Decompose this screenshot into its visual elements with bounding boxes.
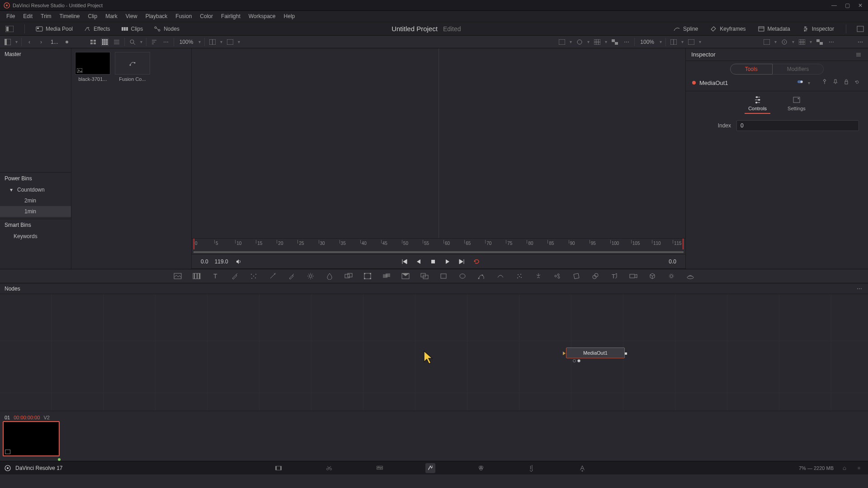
viewer-b-single-icon[interactable]	[687, 38, 695, 46]
go-end-icon[interactable]	[458, 258, 466, 266]
minimize-button[interactable]: —	[831, 2, 837, 9]
reset-icon[interactable]	[854, 79, 862, 86]
viewer-right[interactable]	[439, 48, 686, 238]
grid-c-icon[interactable]	[798, 38, 806, 46]
text-tool-icon[interactable]: T	[211, 272, 220, 281]
menu-mark[interactable]: Mark	[102, 11, 121, 21]
nodes-toggle[interactable]: Nodes	[152, 24, 181, 33]
spline-toggle[interactable]: Spline	[671, 24, 700, 33]
metadata-toggle[interactable]: Metadata	[756, 24, 792, 33]
sort-icon[interactable]	[150, 38, 158, 46]
camera-icon[interactable]	[629, 272, 638, 281]
nodes-more-icon[interactable]: ⋯	[855, 285, 863, 293]
sidebar-icon[interactable]	[4, 38, 12, 46]
menu-help[interactable]: Help	[280, 11, 299, 21]
subtab-settings[interactable]: Settings	[784, 94, 809, 114]
zoom-left[interactable]: 100%	[178, 39, 195, 45]
viewer-single-icon[interactable]	[226, 38, 234, 46]
node-input-icon[interactable]	[563, 352, 566, 355]
background-tool-icon[interactable]	[173, 272, 182, 281]
merge-tool-icon[interactable]	[382, 272, 391, 281]
bin-1min[interactable]: 1min	[0, 206, 71, 217]
viewer-c-icon[interactable]	[763, 38, 771, 46]
nodes-canvas[interactable]: MediaOut1	[0, 294, 868, 411]
expand-icon[interactable]	[856, 25, 864, 33]
list-view-icon[interactable]	[89, 38, 97, 46]
pemitter-tool-icon[interactable]	[553, 272, 562, 281]
prop-index-input[interactable]: 0	[736, 120, 859, 131]
pin-icon[interactable]	[833, 79, 840, 86]
render3d-icon[interactable]	[686, 272, 695, 281]
enable-toggle-icon[interactable]	[797, 79, 804, 86]
page-cut-icon[interactable]	[324, 463, 334, 473]
wand-tool-icon[interactable]	[268, 272, 277, 281]
menu-playback[interactable]: Playback	[142, 11, 171, 21]
resize-tool-icon[interactable]	[420, 272, 429, 281]
page-media-icon[interactable]	[274, 463, 283, 473]
menu-color[interactable]: Color	[196, 11, 217, 21]
key-icon[interactable]	[822, 79, 829, 86]
lock-icon[interactable]	[844, 79, 851, 86]
search-icon[interactable]	[128, 38, 137, 46]
brightness-tool-icon[interactable]	[306, 272, 315, 281]
fastnoise-tool-icon[interactable]	[192, 272, 201, 281]
rect-mask-icon[interactable]	[439, 272, 448, 281]
prender-tool-icon[interactable]	[534, 272, 543, 281]
page-edit-icon[interactable]	[375, 463, 385, 473]
grid-overlay-icon[interactable]	[593, 38, 601, 46]
more-icon-3[interactable]: ⋯	[827, 38, 835, 46]
viewer-layout-icon[interactable]	[208, 38, 217, 46]
clips-toggle[interactable]: Clips	[119, 24, 145, 33]
tab-tools[interactable]: Tools	[730, 64, 773, 75]
tracker-tool-icon[interactable]	[249, 272, 258, 281]
matte-tool-icon[interactable]	[401, 272, 410, 281]
clip-thumb-2[interactable]: Fusion Co...	[115, 52, 150, 82]
master-bin[interactable]: Master	[0, 48, 71, 60]
shape3d-icon[interactable]	[591, 272, 600, 281]
close-button[interactable]: ✕	[858, 2, 863, 9]
menu-fusion[interactable]: Fusion	[172, 11, 195, 21]
grid-view-icon[interactable]	[101, 38, 109, 46]
speaker-icon[interactable]	[235, 258, 243, 266]
menu-file[interactable]: File	[3, 11, 19, 21]
keyframes-toggle[interactable]: Keyframes	[708, 24, 747, 33]
bspline-mask-icon[interactable]	[496, 272, 505, 281]
paint-tool-icon[interactable]	[230, 272, 239, 281]
viewer-left[interactable]	[192, 48, 439, 238]
checker-icon[interactable]	[611, 38, 619, 46]
menu-view[interactable]: View	[122, 11, 141, 21]
inspector-toggle[interactable]: Inspector	[800, 24, 836, 33]
color-icon[interactable]	[576, 38, 584, 46]
timeline-ruler[interactable]: 0510152025303540455055606570758085909510…	[192, 238, 685, 254]
light-icon[interactable]	[667, 272, 676, 281]
maximize-button[interactable]: ▢	[845, 2, 850, 9]
node-view1-icon[interactable]	[573, 359, 576, 362]
layout-button[interactable]	[4, 24, 15, 33]
particles-tool-icon[interactable]	[515, 272, 524, 281]
play-icon[interactable]	[443, 258, 452, 266]
scope-icon[interactable]	[780, 38, 788, 46]
bin-2min[interactable]: 2min	[0, 195, 71, 206]
bin-keywords[interactable]: Keywords	[0, 231, 71, 242]
menu-timeline[interactable]: Timeline	[56, 11, 84, 21]
nav-next-icon[interactable]: ›	[37, 38, 45, 46]
text3d-icon[interactable]: T	[610, 272, 619, 281]
node-view2-icon[interactable]	[577, 359, 580, 362]
stop-icon[interactable]	[429, 258, 437, 266]
viewer-a-icon[interactable]	[558, 38, 566, 46]
menu-edit[interactable]: Edit	[19, 11, 36, 21]
gear-icon[interactable]	[855, 465, 863, 472]
detail-view-icon[interactable]	[113, 38, 121, 46]
more-icon-2[interactable]: ⋯	[623, 38, 631, 46]
media-pool-toggle[interactable]: Media Pool	[34, 24, 75, 33]
node-output-icon[interactable]	[625, 352, 627, 355]
checker-c-icon[interactable]	[816, 38, 824, 46]
blur-tool-icon[interactable]	[325, 272, 334, 281]
subtab-controls[interactable]: Controls	[745, 94, 770, 114]
menu-fairlight[interactable]: Fairlight	[217, 11, 244, 21]
playhead-end[interactable]	[683, 239, 684, 249]
more-icon[interactable]: ⋯	[162, 38, 170, 46]
pen-tool-icon[interactable]	[287, 272, 296, 281]
polygon-mask-icon[interactable]	[477, 272, 486, 281]
ellipse-mask-icon[interactable]	[458, 272, 467, 281]
